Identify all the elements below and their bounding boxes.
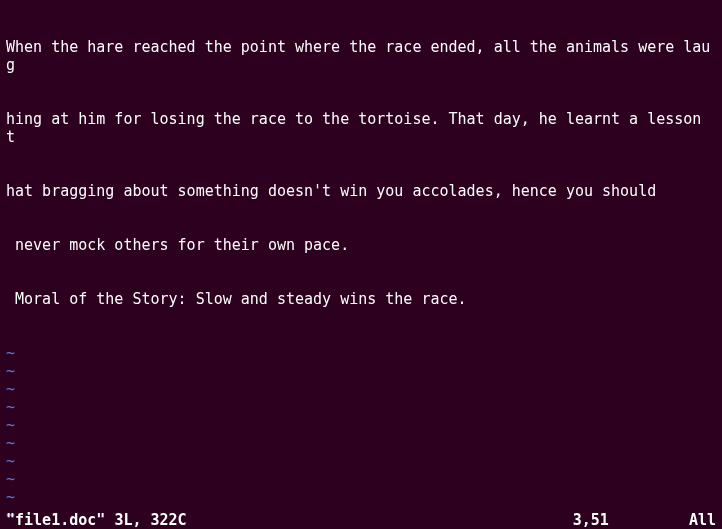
- editor-area[interactable]: When the hare reached the point where th…: [0, 0, 722, 511]
- empty-line-tilde: ~: [6, 488, 716, 506]
- empty-line-tilde: ~: [6, 380, 716, 398]
- status-cursor-position: 3,51: [573, 511, 609, 529]
- file-text-line: Moral of the Story: Slow and steady wins…: [6, 290, 716, 308]
- empty-line-tilde: ~: [6, 434, 716, 452]
- empty-line-tilde: ~: [6, 362, 716, 380]
- empty-line-tilde: ~: [6, 470, 716, 488]
- empty-line-tilde: ~: [6, 452, 716, 470]
- status-scroll-indicator: All: [689, 511, 716, 529]
- empty-line-tilde: ~: [6, 398, 716, 416]
- file-text-line: When the hare reached the point where th…: [6, 38, 716, 74]
- file-text-line: hing at him for losing the race to the t…: [6, 110, 716, 146]
- file-text-line: never mock others for their own pace.: [6, 236, 716, 254]
- status-filename: "file1.doc" 3L, 322C: [6, 511, 187, 529]
- file-text-line: hat bragging about something doesn't win…: [6, 182, 716, 200]
- empty-line-tilde: ~: [6, 416, 716, 434]
- status-bar: "file1.doc" 3L, 322C 3,51 All: [0, 511, 722, 529]
- empty-line-tilde: ~: [6, 344, 716, 362]
